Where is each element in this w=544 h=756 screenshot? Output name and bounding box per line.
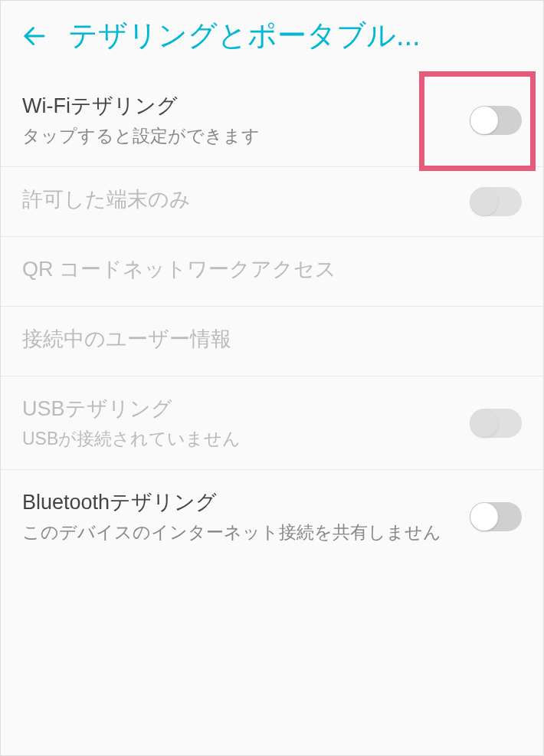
page-title: テザリングとポータブル... bbox=[68, 16, 525, 55]
list-item-title: USBテザリング bbox=[22, 395, 457, 422]
allowed-devices-toggle bbox=[470, 187, 522, 216]
toggle-knob bbox=[470, 409, 498, 437]
toggle-knob bbox=[470, 503, 498, 531]
bluetooth-tethering-toggle[interactable] bbox=[470, 502, 522, 531]
settings-list: Wi-Fiテザリング タップすると設定ができます 許可した端末のみ QR コード… bbox=[1, 74, 543, 563]
allowed-devices-item: 許可した端末のみ bbox=[1, 167, 543, 237]
list-item-title: 許可した端末のみ bbox=[22, 186, 457, 213]
wifi-tethering-item[interactable]: Wi-Fiテザリング タップすると設定ができます bbox=[1, 74, 543, 167]
list-item-subtitle: タップすると設定ができます bbox=[22, 124, 457, 148]
list-item-subtitle: USBが接続されていません bbox=[22, 427, 457, 451]
back-button[interactable] bbox=[19, 21, 50, 51]
back-arrow-icon bbox=[21, 22, 48, 50]
list-item-text: 許可した端末のみ bbox=[22, 186, 457, 218]
list-item-title: QR コードネットワークアクセス bbox=[22, 255, 522, 283]
list-item-title: Bluetoothテザリング bbox=[22, 488, 457, 516]
wifi-tethering-toggle[interactable] bbox=[470, 106, 522, 135]
usb-tethering-item: USBテザリング USBが接続されていません bbox=[1, 376, 543, 470]
list-item-text: QR コードネットワークアクセス bbox=[22, 255, 522, 288]
toggle-knob bbox=[470, 107, 498, 134]
list-item-title: Wi-Fiテザリング bbox=[22, 92, 457, 120]
list-item-text: 接続中のユーザー情報 bbox=[22, 325, 522, 357]
qr-code-access-item: QR コードネットワークアクセス bbox=[1, 237, 543, 307]
toggle-knob bbox=[470, 188, 498, 215]
list-item-subtitle: このデバイスのインターネット接続を共有しません bbox=[22, 521, 457, 544]
list-item-text: Bluetoothテザリング このデバイスのインターネット接続を共有しません bbox=[22, 488, 457, 544]
list-item-text: USBテザリング USBが接続されていません bbox=[22, 395, 457, 451]
list-item-text: Wi-Fiテザリング タップすると設定ができます bbox=[22, 92, 457, 148]
bluetooth-tethering-item[interactable]: Bluetoothテザリング このデバイスのインターネット接続を共有しません bbox=[1, 470, 543, 563]
list-item-title: 接続中のユーザー情報 bbox=[22, 325, 522, 353]
connected-users-item: 接続中のユーザー情報 bbox=[1, 307, 543, 376]
header: テザリングとポータブル... bbox=[1, 1, 543, 74]
usb-tethering-toggle bbox=[470, 409, 522, 438]
